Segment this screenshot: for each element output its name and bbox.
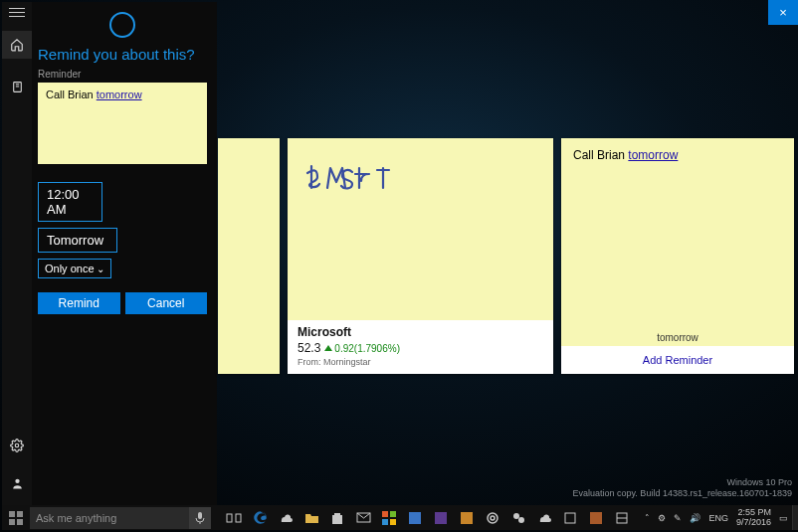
- svg-rect-17: [390, 519, 396, 525]
- windows-logo-icon: [9, 511, 23, 525]
- svg-rect-8: [17, 519, 23, 525]
- svg-point-22: [491, 516, 495, 520]
- app5-icon[interactable]: [484, 509, 501, 527]
- svg-rect-15: [390, 511, 396, 517]
- tray-clock[interactable]: 2:55 PM 9/7/2016: [736, 508, 771, 528]
- app2-icon[interactable]: [406, 509, 424, 527]
- svg-point-21: [488, 513, 498, 523]
- tray-chevron-icon[interactable]: ˄: [645, 513, 650, 523]
- recurrence-label: Only once: [45, 263, 95, 274]
- app10-icon[interactable]: [613, 509, 631, 527]
- cortana-body: Remind you about this? Reminder Call Bri…: [32, 2, 217, 505]
- stock-price: 52.3: [298, 341, 320, 355]
- app9-icon[interactable]: [587, 509, 605, 527]
- svg-rect-25: [565, 513, 575, 523]
- svg-point-24: [518, 517, 524, 523]
- svg-point-3: [15, 443, 19, 447]
- app4-icon[interactable]: [458, 509, 476, 527]
- explorer-icon[interactable]: [302, 509, 320, 527]
- note-link[interactable]: tomorrow: [97, 89, 142, 100]
- svg-rect-5: [9, 511, 15, 517]
- app1-icon[interactable]: [380, 509, 398, 527]
- triangle-up-icon: [324, 345, 332, 351]
- watermark-line1: Windows 10 Pro: [573, 477, 793, 489]
- notebook-icon[interactable]: [2, 73, 32, 100]
- edge-icon[interactable]: [251, 509, 269, 527]
- search-box[interactable]: Ask me anything: [30, 507, 211, 529]
- close-button[interactable]: ×: [768, 0, 798, 25]
- svg-rect-18: [409, 512, 421, 524]
- cortana-subtitle: Reminder: [38, 69, 207, 80]
- tray-date: 9/7/2016: [736, 518, 771, 528]
- svg-rect-11: [227, 514, 232, 522]
- svg-rect-16: [382, 519, 388, 525]
- start-button[interactable]: [2, 505, 30, 530]
- stock-source: From: Morningstar: [298, 357, 543, 367]
- tray-icon-2[interactable]: ✎: [674, 513, 682, 523]
- task-view-icon[interactable]: [225, 509, 243, 527]
- home-icon[interactable]: [2, 31, 32, 59]
- sticky-note-call[interactable]: Call Brian tomorrow tomorrow Add Reminde…: [561, 138, 794, 374]
- sticky-note-msft[interactable]: Microsoft 52.3 0.92(1.7906%) From: Morni…: [288, 138, 553, 374]
- svg-rect-26: [590, 512, 602, 524]
- mail-icon[interactable]: [354, 509, 372, 527]
- ink-area[interactable]: [288, 138, 553, 320]
- system-tray: ˄ ⚙ ✎ 🔊 ENG 2:55 PM 9/7/2016 ▭: [645, 508, 792, 528]
- watermark-line2: Evaluation copy. Build 14383.rs1_release…: [573, 488, 793, 500]
- day-field[interactable]: Tomorrow: [38, 228, 117, 253]
- search-placeholder: Ask me anything: [30, 512, 189, 524]
- taskbar-apps: [225, 509, 631, 527]
- svg-rect-6: [17, 511, 23, 517]
- reminder-note-preview: Call Brian tomorrow: [38, 83, 207, 164]
- app3-icon[interactable]: [432, 509, 450, 527]
- note-content[interactable]: Call Brian tomorrow: [561, 138, 794, 329]
- svg-point-23: [513, 513, 519, 519]
- svg-rect-7: [9, 519, 15, 525]
- add-reminder-button[interactable]: Add Reminder: [561, 346, 794, 374]
- tray-icon-3[interactable]: 🔊: [690, 513, 700, 523]
- cancel-button[interactable]: Cancel: [125, 292, 208, 314]
- onedrive-icon[interactable]: [277, 509, 295, 527]
- insight-label: tomorrow: [561, 329, 794, 346]
- stock-delta: 0.92(1.7906%): [334, 343, 400, 354]
- svg-rect-20: [461, 512, 473, 524]
- watermark: Windows 10 Pro Evaluation copy. Build 14…: [573, 477, 793, 500]
- cortana-rail: [2, 2, 32, 505]
- recurrence-field[interactable]: Only once⌄: [38, 259, 111, 278]
- ink-text-icon: [305, 160, 435, 200]
- microphone-icon[interactable]: [189, 507, 211, 529]
- note-text: Call Brian: [46, 89, 97, 100]
- hamburger-icon[interactable]: [9, 8, 25, 17]
- feedback-icon[interactable]: [2, 469, 32, 497]
- stock-insight-bar: Microsoft 52.3 0.92(1.7906%) From: Morni…: [288, 320, 553, 374]
- call-link[interactable]: tomorrow: [628, 148, 678, 162]
- sticky-note-partial[interactable]: [218, 138, 280, 374]
- app6-icon[interactable]: [509, 509, 527, 527]
- time-field[interactable]: 12:00 AM: [38, 182, 102, 222]
- svg-rect-12: [236, 514, 241, 522]
- app8-icon[interactable]: [561, 509, 579, 527]
- show-desktop-button[interactable]: [792, 505, 798, 530]
- action-center-icon[interactable]: ▭: [779, 513, 788, 523]
- app7-icon[interactable]: [535, 509, 553, 527]
- cortana-logo-icon: [109, 12, 135, 38]
- svg-rect-14: [382, 511, 388, 517]
- call-text: Call Brian: [573, 148, 628, 162]
- svg-point-4: [15, 478, 19, 482]
- settings-icon[interactable]: [2, 432, 32, 459]
- svg-rect-19: [435, 512, 447, 524]
- remind-button[interactable]: Remind: [38, 292, 120, 314]
- taskbar: Ask me anything ˄ ⚙ ✎ 🔊 ENG 2:55 PM 9/7/…: [2, 505, 798, 530]
- cortana-panel: Remind you about this? Reminder Call Bri…: [2, 2, 217, 505]
- chevron-down-icon: ⌄: [97, 264, 104, 274]
- tray-icon-1[interactable]: ⚙: [658, 513, 666, 523]
- svg-rect-9: [198, 512, 202, 519]
- company-name: Microsoft: [298, 325, 543, 339]
- tray-lang[interactable]: ENG: [708, 513, 728, 523]
- store-icon[interactable]: [328, 509, 346, 527]
- cortana-title: Remind you about this?: [38, 46, 207, 63]
